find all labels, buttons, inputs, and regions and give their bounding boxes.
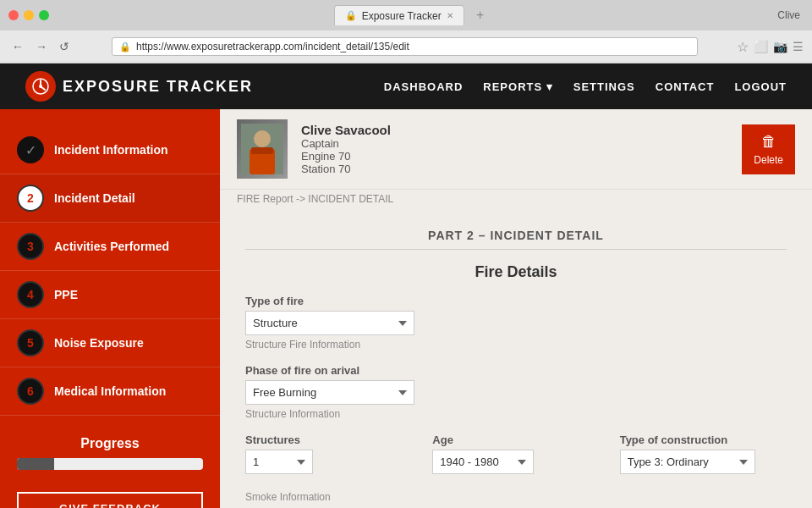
section-title: PART 2 – INCIDENT DETAIL	[245, 222, 787, 250]
type-of-fire-group: Type of fire Structure Vehicle Wildland …	[245, 295, 787, 351]
profile-name: Clive Savacool	[301, 123, 742, 137]
sidebar: ✓ Incident Information 2 Incident Detail…	[0, 109, 220, 508]
svg-point-1	[39, 85, 42, 88]
sidebar-label-medical-information: Medical Information	[54, 384, 166, 398]
back-btn[interactable]: ←	[8, 38, 27, 55]
progress-fill	[17, 458, 54, 470]
sidebar-item-medical-information[interactable]: 6 Medical Information	[0, 367, 220, 416]
age-label: Age	[432, 433, 599, 446]
construction-group: Type of construction Type 1: Fire Resist…	[620, 433, 787, 474]
phase-select[interactable]: Free Burning Smoldering Fully Developed …	[245, 380, 414, 405]
url-display: https://www.exposuretrackerapp.com/incid…	[136, 41, 409, 52]
sidebar-item-ppe[interactable]: 4 PPE	[0, 271, 220, 319]
sidebar-item-noise-exposure[interactable]: 5 Noise Exposure	[0, 319, 220, 367]
browser-tab[interactable]: 🔒 Exposure Tracker ✕	[334, 5, 464, 25]
step-3-badge: 3	[17, 233, 44, 260]
progress-bar	[17, 458, 203, 470]
forward-btn[interactable]: →	[32, 38, 51, 55]
sidebar-item-incident-information[interactable]: ✓ Incident Information	[0, 126, 220, 174]
trash-icon: 🗑	[761, 133, 776, 151]
ssl-icon: 🔒	[119, 41, 131, 52]
step-4-badge: 4	[17, 281, 44, 308]
sidebar-label-activities-performed: Activities Performed	[54, 240, 169, 253]
progress-section: Progress	[0, 422, 220, 483]
construction-select[interactable]: Type 1: Fire Resistive Type 2: Non-Combu…	[620, 450, 755, 474]
profile-bar: Clive Savacool Captain Engine 70 Station…	[220, 109, 812, 190]
main-content: Clive Savacool Captain Engine 70 Station…	[220, 109, 812, 508]
step-6-badge: 6	[17, 378, 44, 405]
nav-settings[interactable]: SETTINGS	[573, 80, 635, 93]
svg-point-3	[254, 130, 271, 147]
window-icon[interactable]: ⬜	[754, 40, 768, 53]
delete-button[interactable]: 🗑 Delete	[742, 124, 795, 174]
nav-reports[interactable]: REPORTS ▾	[483, 80, 552, 93]
fire-details-title: Fire Details	[245, 263, 787, 281]
profile-rank: Captain	[301, 137, 742, 150]
logo-text: EXPOSURE TRACKER	[63, 78, 253, 96]
minimize-window-btn[interactable]	[24, 10, 34, 20]
main-nav: DASHBOARD REPORTS ▾ SETTINGS CONTACT LOG…	[384, 80, 787, 93]
structures-label: Structures	[245, 433, 412, 446]
type-of-fire-select[interactable]: Structure Vehicle Wildland Other	[245, 311, 414, 335]
structures-select[interactable]: 1 2 3	[245, 450, 313, 474]
sidebar-item-activities-performed[interactable]: 3 Activities Performed	[0, 223, 220, 271]
progress-label: Progress	[17, 436, 203, 451]
profile-photo	[237, 119, 288, 179]
new-tab-btn[interactable]: +	[468, 5, 493, 25]
phase-hint: Structure Information	[245, 408, 787, 420]
menu-icon[interactable]: ☰	[793, 40, 804, 53]
step-2-badge: 2	[17, 185, 44, 212]
nav-dashboard[interactable]: DASHBOARD	[384, 80, 464, 93]
nav-contact[interactable]: CONTACT	[656, 80, 715, 93]
phase-label: Phase of fire on arival	[245, 364, 787, 377]
maximize-window-btn[interactable]	[39, 10, 49, 20]
smoke-info-label: Smoke Information	[245, 491, 787, 503]
close-window-btn[interactable]	[8, 10, 19, 20]
camera-icon[interactable]: 📷	[773, 40, 787, 53]
bookmark-icon[interactable]: ☆	[737, 39, 749, 55]
age-group: Age Pre 1940 1940 - 1980 1980 - 2000 Pos…	[432, 433, 599, 474]
sidebar-label-incident-information: Incident Information	[54, 143, 168, 157]
type-of-fire-hint: Structure Fire Information	[245, 339, 787, 351]
svg-rect-5	[251, 147, 273, 154]
app-header: EXPOSURE TRACKER DASHBOARD REPORTS ▾ SET…	[0, 64, 812, 109]
construction-label: Type of construction	[620, 433, 787, 446]
nav-logout[interactable]: LOGOUT	[734, 80, 787, 93]
sidebar-label-incident-detail: Incident Detail	[54, 191, 135, 205]
profile-info: Clive Savacool Captain Engine 70 Station…	[301, 123, 742, 175]
reload-btn[interactable]: ↺	[56, 38, 73, 55]
logo-icon	[25, 71, 56, 102]
step-1-badge: ✓	[17, 136, 44, 163]
sidebar-label-noise-exposure: Noise Exposure	[54, 336, 144, 350]
breadcrumb: FIRE Report -> INCIDENT DETAIL	[220, 190, 812, 208]
profile-station: Station 70	[301, 163, 742, 175]
tab-title: Exposure Tracker	[362, 10, 442, 22]
profile-unit: Engine 70	[301, 150, 742, 163]
give-feedback-button[interactable]: GIVE FEEDBACK	[17, 492, 203, 508]
logo: EXPOSURE TRACKER	[25, 71, 253, 102]
delete-label: Delete	[754, 154, 783, 166]
step-5-badge: 5	[17, 329, 44, 356]
tab-close-btn[interactable]: ✕	[447, 11, 453, 20]
structures-row: Structures 1 2 3 Age Pre 1940 1940 - 198…	[245, 433, 787, 488]
form-section: PART 2 – INCIDENT DETAIL Fire Details Ty…	[220, 208, 812, 508]
structures-group: Structures 1 2 3	[245, 433, 412, 474]
window-user-label: Clive	[777, 9, 804, 21]
type-of-fire-label: Type of fire	[245, 295, 787, 307]
sidebar-label-ppe: PPE	[54, 288, 78, 301]
phase-of-fire-group: Phase of fire on arival Free Burning Smo…	[245, 364, 787, 420]
sidebar-item-incident-detail[interactable]: 2 Incident Detail	[0, 174, 220, 223]
age-select[interactable]: Pre 1940 1940 - 1980 1980 - 2000 Post 20…	[432, 450, 534, 474]
